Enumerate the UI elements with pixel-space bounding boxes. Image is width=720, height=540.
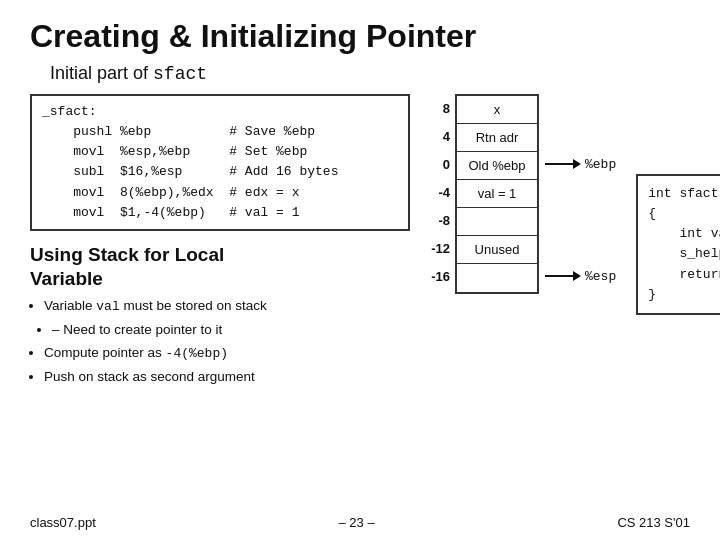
footer-left: class07.ppt <box>30 515 96 530</box>
ebp-label: %ebp <box>585 157 616 172</box>
annot-neg4 <box>545 178 616 206</box>
ebp-arrowhead <box>573 159 581 169</box>
snippet-line-2: { <box>648 204 720 224</box>
annot-neg8 <box>545 206 616 234</box>
left-panel: _sfact: pushl %ebp # Save %ebp movl %esp… <box>30 94 410 390</box>
label-neg4: -4 <box>420 178 455 206</box>
cell-unused: Unused <box>457 236 537 264</box>
label-0: 0 <box>420 150 455 178</box>
esp-arrowhead <box>573 271 581 281</box>
cell-old-ebp: Old %ebp <box>457 152 537 180</box>
footer-right: CS 213 S'01 <box>617 515 690 530</box>
annot-neg12 <box>545 234 616 262</box>
code-line-3: movl %esp,%ebp # Set %ebp <box>42 142 398 162</box>
bullet-1: Variable val must be stored on stack <box>44 296 410 317</box>
annot-4 <box>545 122 616 150</box>
code-line-1: _sfact: <box>42 102 398 122</box>
right-panel: int sfact(int x) { int val = 1; s_helper… <box>636 94 720 315</box>
cell-x: x <box>457 96 537 124</box>
annot-neg16: %esp <box>545 262 616 290</box>
footer-center: – 23 – <box>339 515 375 530</box>
cell-rtn-adr: Rtn adr <box>457 124 537 152</box>
stack-cells: x Rtn adr Old %ebp val = 1 Unused <box>455 94 539 294</box>
cell-val: val = 1 <box>457 180 537 208</box>
bullet-list: Variable val must be stored on stack – N… <box>44 296 410 387</box>
stack-diagram: 8 4 0 -4 -8 -12 -16 x Rtn adr Old %ebp v… <box>420 94 616 294</box>
stack-label-col: 8 4 0 -4 -8 -12 -16 <box>420 94 455 290</box>
label-neg12: -12 <box>420 234 455 262</box>
code-line-4: subl $16,%esp # Add 16 bytes <box>42 162 398 182</box>
bullet-1-sub: – Need to create pointer to it <box>52 320 410 340</box>
annot-8 <box>545 94 616 122</box>
snippet-line-1: int sfact(int x) <box>648 184 720 204</box>
stack-right-annots: %ebp %esp <box>545 94 616 290</box>
cell-empty2 <box>457 264 537 292</box>
label-neg8: -8 <box>420 206 455 234</box>
using-stack-section: Using Stack for Local Variable Variable … <box>30 243 410 390</box>
label-8: 8 <box>420 94 455 122</box>
snippet-line-5: return val; <box>648 265 720 285</box>
esp-arrow-line <box>545 275 573 277</box>
ebp-arrow: %ebp <box>545 157 616 172</box>
snippet-line-4: s_helper(x, &val); <box>648 244 720 264</box>
code-snippet: int sfact(int x) { int val = 1; s_helper… <box>636 174 720 315</box>
snippet-line-3: int val = 1; <box>648 224 720 244</box>
footer: class07.ppt – 23 – CS 213 S'01 <box>0 515 720 530</box>
page-container: Creating & Initializing Pointer Initial … <box>0 0 720 400</box>
esp-arrow: %esp <box>545 269 616 284</box>
esp-label: %esp <box>585 269 616 284</box>
code-line-2: pushl %ebp # Save %ebp <box>42 122 398 142</box>
subtitle: Initial part of sfact <box>50 63 690 84</box>
annot-0: %ebp <box>545 150 616 178</box>
code-line-6: movl $1,-4(%ebp) # val = 1 <box>42 203 398 223</box>
bullet-2: Compute pointer as -4(%ebp) <box>44 343 410 364</box>
label-neg16: -16 <box>420 262 455 290</box>
label-4: 4 <box>420 122 455 150</box>
top-content: _sfact: pushl %ebp # Save %ebp movl %esp… <box>30 94 690 390</box>
code-line-5: movl 8(%ebp),%edx # edx = x <box>42 183 398 203</box>
cell-empty1 <box>457 208 537 236</box>
ebp-arrow-line <box>545 163 573 165</box>
using-stack-title: Using Stack for Local Variable <box>30 243 410 291</box>
code-box: _sfact: pushl %ebp # Save %ebp movl %esp… <box>30 94 410 231</box>
bullet-3: Push on stack as second argument <box>44 367 410 387</box>
snippet-line-6: } <box>648 285 720 305</box>
main-title: Creating & Initializing Pointer <box>30 18 690 55</box>
